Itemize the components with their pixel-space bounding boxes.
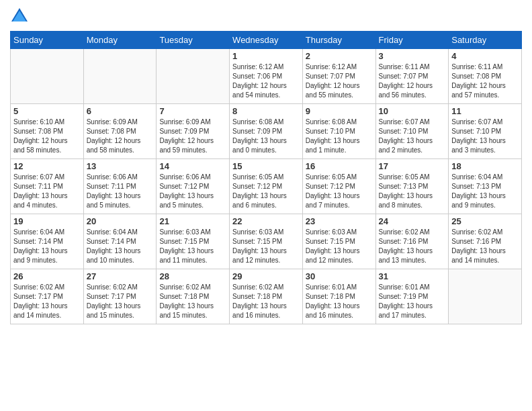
week-row-4: 19Sunrise: 6:04 AM Sunset: 7:14 PM Dayli… xyxy=(11,214,522,269)
calendar-cell: 1Sunrise: 6:12 AM Sunset: 7:06 PM Daylig… xyxy=(230,49,303,104)
weekday-header-monday: Monday xyxy=(83,32,157,49)
day-info: Sunrise: 6:11 AM Sunset: 7:07 PM Dayligh… xyxy=(379,62,446,100)
day-number: 16 xyxy=(306,161,373,171)
weekday-header-thursday: Thursday xyxy=(302,32,375,49)
calendar-cell: 17Sunrise: 6:05 AM Sunset: 7:13 PM Dayli… xyxy=(375,159,449,214)
calendar-cell: 26Sunrise: 6:02 AM Sunset: 7:17 PM Dayli… xyxy=(11,269,84,324)
day-info: Sunrise: 6:05 AM Sunset: 7:13 PM Dayligh… xyxy=(379,173,446,210)
day-number: 2 xyxy=(306,51,373,61)
week-row-3: 12Sunrise: 6:07 AM Sunset: 7:11 PM Dayli… xyxy=(11,159,522,214)
day-number: 5 xyxy=(13,106,81,116)
day-number: 30 xyxy=(306,271,373,281)
calendar-cell: 31Sunrise: 6:01 AM Sunset: 7:19 PM Dayli… xyxy=(375,269,449,324)
day-info: Sunrise: 6:02 AM Sunset: 7:17 PM Dayligh… xyxy=(13,283,81,320)
day-info: Sunrise: 6:03 AM Sunset: 7:15 PM Dayligh… xyxy=(306,228,373,265)
day-number: 6 xyxy=(87,106,154,116)
calendar-cell: 7Sunrise: 6:09 AM Sunset: 7:09 PM Daylig… xyxy=(157,104,230,159)
day-info: Sunrise: 6:05 AM Sunset: 7:12 PM Dayligh… xyxy=(232,173,300,210)
logo xyxy=(10,7,32,26)
calendar-cell: 10Sunrise: 6:07 AM Sunset: 7:10 PM Dayli… xyxy=(375,104,449,159)
calendar-cell: 20Sunrise: 6:04 AM Sunset: 7:14 PM Dayli… xyxy=(83,214,157,269)
weekday-header-saturday: Saturday xyxy=(449,32,522,49)
day-info: Sunrise: 6:07 AM Sunset: 7:11 PM Dayligh… xyxy=(13,173,81,210)
week-row-5: 26Sunrise: 6:02 AM Sunset: 7:17 PM Dayli… xyxy=(11,269,522,324)
calendar-cell: 4Sunrise: 6:11 AM Sunset: 7:08 PM Daylig… xyxy=(449,49,522,104)
calendar-cell: 22Sunrise: 6:03 AM Sunset: 7:15 PM Dayli… xyxy=(230,214,303,269)
day-info: Sunrise: 6:04 AM Sunset: 7:14 PM Dayligh… xyxy=(87,228,154,265)
day-number: 8 xyxy=(232,106,300,116)
day-info: Sunrise: 6:01 AM Sunset: 7:18 PM Dayligh… xyxy=(306,283,373,320)
day-number: 17 xyxy=(379,161,446,171)
day-number: 18 xyxy=(451,161,519,171)
day-number: 14 xyxy=(159,161,226,171)
day-info: Sunrise: 6:06 AM Sunset: 7:12 PM Dayligh… xyxy=(159,173,226,210)
day-info: Sunrise: 6:02 AM Sunset: 7:16 PM Dayligh… xyxy=(451,228,519,265)
day-info: Sunrise: 6:11 AM Sunset: 7:08 PM Dayligh… xyxy=(451,62,519,100)
day-number: 21 xyxy=(159,216,226,226)
day-number: 29 xyxy=(232,271,300,281)
day-info: Sunrise: 6:07 AM Sunset: 7:10 PM Dayligh… xyxy=(451,118,519,155)
day-info: Sunrise: 6:02 AM Sunset: 7:18 PM Dayligh… xyxy=(232,283,300,320)
calendar-cell: 3Sunrise: 6:11 AM Sunset: 7:07 PM Daylig… xyxy=(375,49,449,104)
day-info: Sunrise: 6:02 AM Sunset: 7:16 PM Dayligh… xyxy=(379,228,446,265)
day-number: 22 xyxy=(232,216,300,226)
day-number: 23 xyxy=(306,216,373,226)
day-number: 24 xyxy=(379,216,446,226)
week-row-1: 1Sunrise: 6:12 AM Sunset: 7:06 PM Daylig… xyxy=(11,49,522,104)
calendar-cell xyxy=(11,49,84,104)
calendar-cell: 2Sunrise: 6:12 AM Sunset: 7:07 PM Daylig… xyxy=(302,49,375,104)
page: SundayMondayTuesdayWednesdayThursdayFrid… xyxy=(0,0,532,411)
day-number: 28 xyxy=(159,271,226,281)
header xyxy=(10,7,522,26)
calendar-cell: 21Sunrise: 6:03 AM Sunset: 7:15 PM Dayli… xyxy=(157,214,230,269)
calendar-cell: 14Sunrise: 6:06 AM Sunset: 7:12 PM Dayli… xyxy=(157,159,230,214)
day-number: 11 xyxy=(451,106,519,116)
weekday-header-friday: Friday xyxy=(375,32,449,49)
day-info: Sunrise: 6:04 AM Sunset: 7:13 PM Dayligh… xyxy=(451,173,519,210)
calendar-cell xyxy=(449,269,522,324)
day-number: 9 xyxy=(306,106,373,116)
day-info: Sunrise: 6:08 AM Sunset: 7:09 PM Dayligh… xyxy=(232,118,300,155)
day-number: 13 xyxy=(87,161,154,171)
day-info: Sunrise: 6:06 AM Sunset: 7:11 PM Dayligh… xyxy=(87,173,154,210)
day-info: Sunrise: 6:03 AM Sunset: 7:15 PM Dayligh… xyxy=(232,228,300,265)
calendar-cell xyxy=(157,49,230,104)
day-info: Sunrise: 6:09 AM Sunset: 7:09 PM Dayligh… xyxy=(159,118,226,155)
day-info: Sunrise: 6:01 AM Sunset: 7:19 PM Dayligh… xyxy=(379,283,446,320)
day-number: 7 xyxy=(159,106,226,116)
weekday-header-sunday: Sunday xyxy=(11,32,84,49)
day-number: 3 xyxy=(379,51,446,61)
calendar-cell: 30Sunrise: 6:01 AM Sunset: 7:18 PM Dayli… xyxy=(302,269,375,324)
calendar-cell: 8Sunrise: 6:08 AM Sunset: 7:09 PM Daylig… xyxy=(230,104,303,159)
day-info: Sunrise: 6:12 AM Sunset: 7:06 PM Dayligh… xyxy=(232,62,300,100)
day-number: 19 xyxy=(13,216,81,226)
calendar-cell: 19Sunrise: 6:04 AM Sunset: 7:14 PM Dayli… xyxy=(11,214,84,269)
calendar-cell: 28Sunrise: 6:02 AM Sunset: 7:18 PM Dayli… xyxy=(157,269,230,324)
day-number: 4 xyxy=(451,51,519,61)
calendar: SundayMondayTuesdayWednesdayThursdayFrid… xyxy=(10,31,522,324)
day-number: 27 xyxy=(87,271,154,281)
day-info: Sunrise: 6:12 AM Sunset: 7:07 PM Dayligh… xyxy=(306,62,373,100)
calendar-cell: 25Sunrise: 6:02 AM Sunset: 7:16 PM Dayli… xyxy=(449,214,522,269)
day-info: Sunrise: 6:02 AM Sunset: 7:17 PM Dayligh… xyxy=(87,283,154,320)
day-info: Sunrise: 6:10 AM Sunset: 7:08 PM Dayligh… xyxy=(13,118,81,155)
day-info: Sunrise: 6:09 AM Sunset: 7:08 PM Dayligh… xyxy=(87,118,154,155)
day-info: Sunrise: 6:02 AM Sunset: 7:18 PM Dayligh… xyxy=(159,283,226,320)
day-number: 20 xyxy=(87,216,154,226)
day-number: 1 xyxy=(232,51,300,61)
calendar-cell: 5Sunrise: 6:10 AM Sunset: 7:08 PM Daylig… xyxy=(11,104,84,159)
day-number: 25 xyxy=(451,216,519,226)
calendar-cell: 16Sunrise: 6:05 AM Sunset: 7:12 PM Dayli… xyxy=(302,159,375,214)
calendar-cell: 11Sunrise: 6:07 AM Sunset: 7:10 PM Dayli… xyxy=(449,104,522,159)
day-number: 12 xyxy=(13,161,81,171)
day-number: 10 xyxy=(379,106,446,116)
calendar-cell: 13Sunrise: 6:06 AM Sunset: 7:11 PM Dayli… xyxy=(83,159,157,214)
day-info: Sunrise: 6:07 AM Sunset: 7:10 PM Dayligh… xyxy=(379,118,446,155)
calendar-cell: 9Sunrise: 6:08 AM Sunset: 7:10 PM Daylig… xyxy=(302,104,375,159)
calendar-cell: 27Sunrise: 6:02 AM Sunset: 7:17 PM Dayli… xyxy=(83,269,157,324)
calendar-cell: 24Sunrise: 6:02 AM Sunset: 7:16 PM Dayli… xyxy=(375,214,449,269)
day-number: 15 xyxy=(232,161,300,171)
calendar-cell: 6Sunrise: 6:09 AM Sunset: 7:08 PM Daylig… xyxy=(83,104,157,159)
calendar-cell: 29Sunrise: 6:02 AM Sunset: 7:18 PM Dayli… xyxy=(230,269,303,324)
logo-icon xyxy=(10,7,29,26)
